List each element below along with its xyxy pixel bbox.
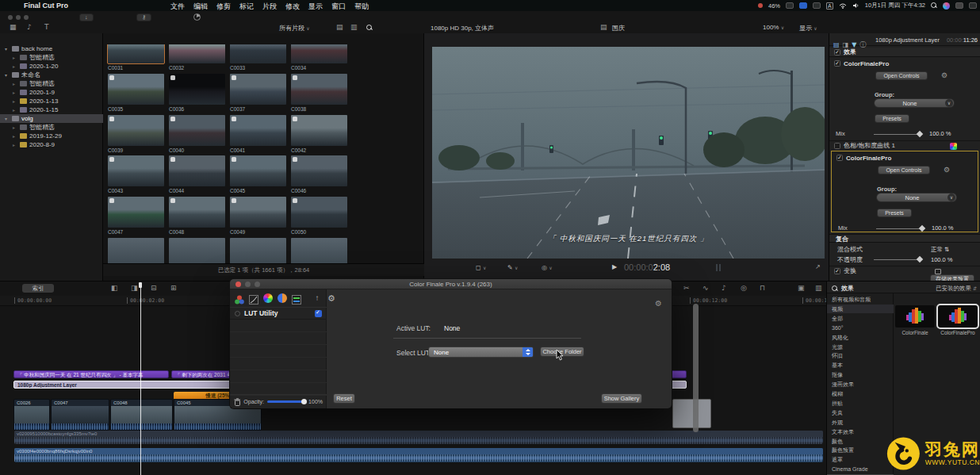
dialog-close-button[interactable]	[235, 282, 241, 287]
color-balance-icon[interactable]	[278, 293, 287, 303]
audio-clip-1[interactable]: v02009510000bcastoynfgs335mv7te0	[14, 431, 823, 444]
sidebar-item[interactable]: ▸智能精选	[0, 123, 103, 132]
transform-menu-icon[interactable]: ◻ ∨	[476, 264, 486, 271]
layer-opacity-slider[interactable]	[267, 400, 305, 403]
effect-enable-checkbox[interactable]	[836, 155, 843, 161]
clip-C0033[interactable]: C0033	[230, 44, 286, 71]
effects-category[interactable]: 漫画效果	[827, 380, 894, 389]
effects-category[interactable]: 360°	[827, 324, 894, 332]
screen-record-icon[interactable]	[799, 2, 807, 9]
effects-category[interactable]: 失真	[827, 408, 894, 417]
gear-icon[interactable]: ⚙	[941, 71, 947, 79]
timeline-scrollbar[interactable]	[693, 304, 699, 432]
disclosure-triangle-icon[interactable]: ▾	[5, 72, 10, 78]
select-lut-dropdown[interactable]: None	[428, 347, 534, 358]
disclosure-triangle-icon[interactable]: ▾	[5, 116, 10, 121]
audio-clip-2[interactable]: v0300f4e0000bnq86fsjDsrkqjv00in0	[14, 448, 823, 462]
keyword-editor-button[interactable]: ⚷	[136, 13, 151, 21]
timeline-gap-clip[interactable]	[672, 399, 711, 428]
spotlight-icon[interactable]	[931, 2, 937, 9]
retime-menu-icon[interactable]: ◎ ∨	[542, 264, 553, 271]
timeline-clip-C0048[interactable]: C0048	[110, 399, 173, 431]
play-button[interactable]: ▶	[612, 263, 617, 270]
fullscreen-icon[interactable]: ↗	[815, 263, 821, 270]
timeline-clip-C0047[interactable]: C0047	[51, 399, 109, 431]
viewer-zoom-dropdown[interactable]: 100% ∨	[763, 24, 784, 31]
background-tasks-button[interactable]	[193, 13, 201, 21]
clip-C0050[interactable]: C0050	[291, 197, 347, 235]
clip-C0036[interactable]: C0036	[169, 74, 225, 112]
effects-category[interactable]: Cinema Grade	[827, 465, 894, 473]
control-center-icon[interactable]	[955, 2, 963, 9]
sidebar-item[interactable]: ▸2020-1-15	[0, 105, 103, 114]
effects-category[interactable]: 文本效果	[827, 427, 894, 436]
effects-category[interactable]: 颜色	[827, 437, 894, 446]
effects-category[interactable]: 光源	[827, 343, 894, 351]
effects-category[interactable]: 颜色预置	[827, 446, 894, 454]
clip-C0044[interactable]: C0044	[169, 155, 225, 193]
hue-wheel-icon[interactable]	[263, 293, 273, 303]
sidebar-library[interactable]: ▾未命名	[0, 71, 103, 79]
window-close-button[interactable]	[8, 15, 13, 20]
transform-checkbox[interactable]	[834, 268, 840, 274]
layer-enabled-checkbox[interactable]	[315, 310, 322, 317]
volume-icon[interactable]	[852, 2, 859, 9]
blend-mode-value[interactable]: 正常 ⇅	[931, 246, 949, 254]
reset-button[interactable]: Reset	[333, 393, 355, 404]
menubar-datetime[interactable]: 10月1日 周四 下午4:32	[865, 2, 925, 10]
export-look-icon[interactable]: ↑	[312, 293, 322, 303]
filmstrip-view-icon[interactable]: ▤	[336, 23, 343, 31]
timeline-clip-C0026[interactable]: C0026	[13, 399, 50, 431]
effects-category[interactable]: 风格化	[827, 333, 894, 342]
window-zoom-button[interactable]	[24, 15, 29, 20]
clip-C0042[interactable]: C0042	[291, 115, 347, 153]
media-import-button[interactable]: ↓	[79, 13, 94, 21]
clip-partial[interactable]	[108, 238, 164, 263]
effects-category[interactable]: 抠像	[827, 370, 894, 379]
lut-tool-icon[interactable]	[292, 293, 301, 303]
effects-category[interactable]: 所有视频和音频	[827, 295, 894, 304]
sidebar-index-icon[interactable]: ▦	[10, 23, 17, 31]
curves-icon[interactable]	[249, 293, 258, 303]
photos-audio-icon[interactable]: ♪	[27, 23, 32, 31]
clip-C0034[interactable]: C0034	[291, 44, 347, 71]
list-view-icon[interactable]: ▥	[350, 23, 358, 31]
clip-C0041[interactable]: C0041	[230, 115, 286, 153]
sidebar-item[interactable]: ▸2020-8-9	[0, 140, 103, 149]
effects-search-icon[interactable]	[832, 285, 838, 292]
lut-utility-gear-icon[interactable]: ⚙	[655, 299, 662, 308]
disclosure-triangle-icon[interactable]: ▸	[13, 107, 17, 113]
dialog-titlebar[interactable]: Color Finale Pro v.1.9.4 (263)	[230, 279, 672, 289]
disclosure-triangle-icon[interactable]: ▸	[13, 81, 17, 86]
notification-center-icon[interactable]	[969, 2, 977, 9]
clip-partial[interactable]	[169, 238, 225, 263]
sidebar-item[interactable]: ▸智能精选	[0, 53, 103, 62]
disclosure-triangle-icon[interactable]: ▸	[13, 142, 17, 147]
clip-C0043[interactable]: C0043	[108, 155, 164, 193]
effect-ColorFinalePro[interactable]: ColorFinalePro	[938, 305, 978, 335]
gear-icon[interactable]: ⚙	[944, 166, 950, 174]
effects-category[interactable]: 拼贴	[827, 399, 894, 408]
effects-category[interactable]: 怀旧	[827, 351, 894, 360]
effects-search-label[interactable]: 效果	[841, 284, 854, 293]
input-source-icon[interactable]: A	[826, 2, 833, 10]
clip-C0045[interactable]: C0045	[230, 155, 286, 193]
effect-ColorFinale[interactable]: ColorFinale	[895, 305, 935, 335]
installed-effects-dropdown[interactable]: 已安装的效果 ⇵	[936, 285, 977, 293]
viewer-view-dropdown[interactable]: 显示 ∨	[799, 24, 817, 33]
clip-C0031[interactable]: C0031	[108, 44, 164, 71]
sidebar-item[interactable]: ▸2020-1-9	[0, 88, 103, 97]
layer-visibility-icon[interactable]	[235, 311, 240, 316]
clip-partial[interactable]	[291, 238, 347, 263]
sidebar-library[interactable]: ▾back home	[0, 44, 103, 53]
opacity-slider[interactable]	[874, 259, 920, 260]
open-controls-button[interactable]: Open Controls	[878, 166, 930, 174]
presets-button[interactable]: Presets	[875, 114, 909, 123]
dialog-zoom-button[interactable]	[255, 282, 260, 287]
group-dropdown[interactable]: None∨	[874, 98, 955, 108]
open-controls-button[interactable]: Open Controls	[875, 71, 928, 80]
crop-menu-icon[interactable]: ✎ ∨	[507, 264, 518, 271]
clip-C0040[interactable]: C0040	[169, 115, 225, 153]
mix-slider[interactable]	[876, 228, 922, 229]
disclosure-triangle-icon[interactable]: ▸	[13, 90, 17, 95]
